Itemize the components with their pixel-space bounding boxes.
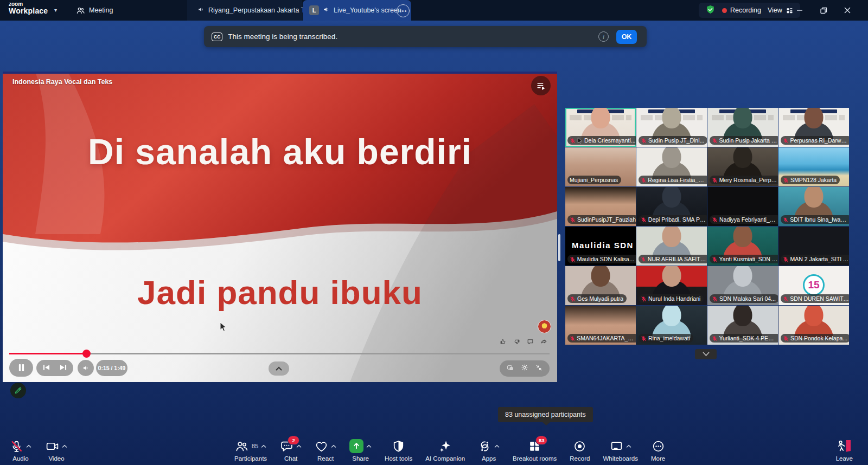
chevron-up-icon[interactable] — [626, 444, 631, 448]
transcription-text: This meeting is being transcribed. — [228, 33, 337, 41]
participant-name-chip: Maulidia SDN Kalisari... — [567, 255, 636, 263]
participant-tile[interactable]: NUR AFRILIA SAFITRI_... — [636, 227, 707, 266]
chevron-up-icon[interactable] — [494, 444, 500, 448]
pause-button[interactable] — [9, 359, 33, 377]
settings-gear-icon[interactable] — [521, 364, 528, 373]
participant-name: Regina Lisa Firstia_PE... — [648, 177, 707, 183]
participant-tile[interactable]: SDN Malaka Sari 04... — [707, 266, 778, 305]
tab-meeting[interactable]: Meeting — [76, 0, 113, 21]
security-shield-icon[interactable] — [705, 4, 716, 17]
participant-tile[interactable]: Rina_imeldawati — [636, 306, 707, 345]
miniplayer-icon[interactable] — [507, 364, 514, 373]
participant-tile[interactable]: SMAN64JAKARTA_Me... — [565, 306, 636, 345]
video-progress-bar[interactable] — [9, 353, 550, 354]
playlist-icon[interactable] — [531, 76, 551, 95]
next-track-icon[interactable] — [60, 363, 67, 373]
mic-muted-icon — [712, 296, 718, 302]
tab-options-icon[interactable]: ••• — [397, 4, 410, 17]
tab-riyang-screen[interactable]: Riyang_Perpustakaan Jakarta Tim — [187, 0, 302, 21]
shared-screen-video[interactable]: Indonesia Raya Vocal dan Teks Di sanalah… — [3, 72, 557, 382]
mic-muted-icon — [570, 256, 576, 262]
toolbar-ai-companion-button[interactable]: AI Companion — [425, 438, 465, 462]
close-button[interactable] — [835, 0, 859, 21]
participant-name-chip: Depi Pribadi. SMA Pu... — [639, 215, 707, 224]
participant-tile[interactable]: Sudin Pusip JT_Dini... — [636, 108, 707, 147]
participant-tile[interactable]: SDIT Ibnu Sina_Iwan n... — [778, 187, 849, 226]
participant-tile[interactable]: Depi Pribadi. SMA Pu... — [636, 187, 707, 226]
chevron-up-icon[interactable] — [366, 444, 372, 448]
toolbar-participants-button[interactable]: 85Participants — [234, 438, 267, 462]
info-icon[interactable]: i — [598, 31, 609, 42]
tab-youtube-screen[interactable]: L Live_Youtube's screen — [303, 0, 411, 21]
toolbar-whiteboards-button[interactable]: Whiteboards — [603, 438, 638, 462]
breakout-tooltip: 83 unassigned participants — [498, 407, 593, 422]
gallery-scroll-down-button[interactable] — [695, 349, 717, 359]
chevron-up-icon[interactable] — [62, 444, 67, 448]
player-settings-bar — [500, 360, 550, 377]
recording-dot-icon — [722, 8, 727, 13]
leave-button[interactable]: Leave — [836, 438, 853, 462]
toolbar-react-button[interactable]: React — [315, 438, 336, 462]
participant-name: NUR AFRILIA SAFITRI_... — [648, 256, 707, 262]
toolbar-breakout-rooms-button[interactable]: 83Breakout rooms — [513, 438, 557, 462]
participant-tile[interactable]: 15SDN DUREN SAWIT 1... — [778, 266, 849, 305]
participant-tile[interactable]: MAN 2 Jakarta_SITI A... — [778, 227, 849, 266]
ok-button[interactable]: OK — [616, 30, 637, 44]
badge: 83 — [535, 436, 547, 445]
participant-tile[interactable]: Ges Mulyadi putra — [565, 266, 636, 305]
comment-icon[interactable] — [527, 338, 534, 347]
participant-tile[interactable]: Nurul Inda Handriani — [636, 266, 707, 305]
participant-tile[interactable]: Maulidia SDN K...Maulidia SDN Kalisari..… — [565, 227, 636, 266]
chevron-up-icon[interactable] — [296, 444, 302, 448]
thumbs-down-icon[interactable] — [513, 338, 520, 347]
participant-tile[interactable]: Regina Lisa Firstia_PE... — [636, 147, 707, 186]
toolbar-host-tools-button[interactable]: Host tools — [385, 438, 412, 462]
participant-tile[interactable]: Mujiani_Perpusnas — [565, 147, 636, 186]
participant-tile[interactable]: SMPN128 Jakarta — [778, 147, 849, 186]
participant-tile[interactable]: Nadiyya Febriyanti_S... — [707, 187, 778, 226]
participant-tile[interactable]: Yurlianti_SDK 4 PENA... — [707, 306, 778, 345]
participant-tile[interactable]: Dela Criesmayanti... — [565, 108, 636, 147]
chevron-up-icon[interactable] — [261, 444, 266, 448]
minimize-button[interactable] — [788, 0, 812, 21]
toolbar-apps-button[interactable]: Apps — [478, 438, 500, 462]
host-tools-icon — [392, 440, 405, 453]
toolbar-more-button[interactable]: More — [651, 438, 665, 462]
participant-tile[interactable]: Mery Rosmala_Perpu... — [707, 147, 778, 186]
participant-head — [805, 306, 824, 326]
participant-name: SMAN64JAKARTA_Me... — [577, 335, 636, 341]
participant-name: Sudin Pusip JT_Dini... — [648, 137, 704, 144]
participant-name-chip: SDIT Ibnu Sina_Iwan n... — [781, 215, 849, 224]
toolbar-record-button[interactable]: Record — [570, 438, 590, 462]
thumbs-up-icon[interactable] — [500, 338, 507, 347]
participant-gallery: Dela Criesmayanti...Sudin Pusip JT_Dini.… — [565, 108, 849, 345]
maximize-button[interactable] — [812, 0, 835, 21]
chevron-up-icon[interactable] — [331, 444, 336, 448]
channel-avatar[interactable] — [538, 320, 551, 333]
participant-head — [591, 108, 610, 128]
toolbar-audio-button[interactable]: Audio — [10, 438, 31, 462]
tab-meeting-label: Meeting — [89, 7, 113, 14]
participant-tile[interactable]: SudinPusipJT_Fauziah — [565, 187, 636, 226]
previous-track-icon[interactable] — [43, 363, 50, 373]
participant-tile[interactable]: Yanti Kusmiati_SDN K... — [707, 227, 778, 266]
exit-fullscreen-icon[interactable] — [535, 364, 542, 373]
share-video-icon[interactable] — [540, 338, 547, 347]
participant-tile[interactable]: SDN Pondok Kelapa... — [778, 306, 849, 345]
mic-muted-icon — [570, 138, 576, 144]
chevron-up-icon[interactable] — [26, 444, 31, 448]
audio-icon — [10, 440, 23, 453]
participant-name-chip: SDN Pondok Kelapa... — [781, 334, 849, 343]
participant-tile[interactable]: Perpusnas RI_Darwan... — [778, 108, 849, 147]
panel-resize-handle[interactable] — [558, 234, 560, 261]
annotation-pencil-button[interactable] — [10, 383, 26, 398]
lyric-line-bottom: Jadi pandu ibuku — [3, 273, 557, 312]
volume-button[interactable] — [78, 360, 94, 376]
chevron-down-icon[interactable]: ▾ — [54, 7, 57, 13]
toolbar-video-button[interactable]: Video — [46, 438, 67, 462]
show-controls-button[interactable] — [269, 361, 289, 376]
toolbar-share-button[interactable]: Share — [349, 438, 372, 462]
toolbar-chat-button[interactable]: 2Chat — [280, 438, 302, 462]
avatar: L — [309, 5, 319, 15]
participant-tile[interactable]: Sudin Pusip Jakarta Ti... — [707, 108, 778, 147]
